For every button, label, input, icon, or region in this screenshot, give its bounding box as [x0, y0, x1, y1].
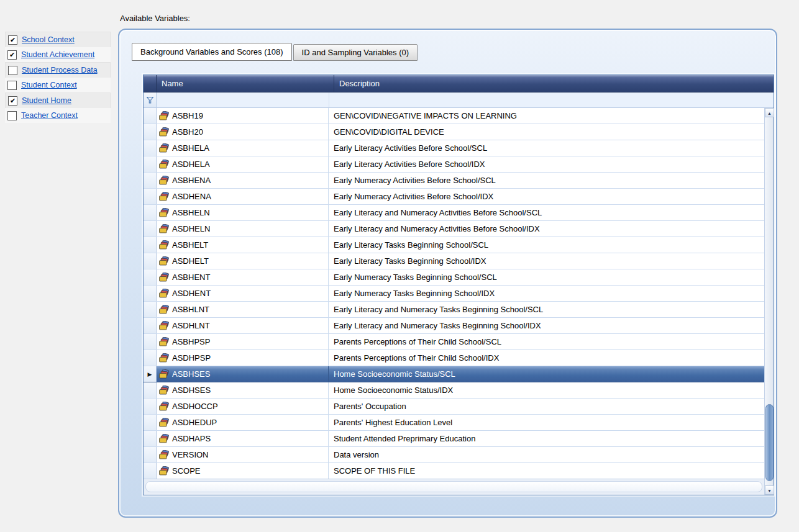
variable-name-text: ASBHELT: [172, 240, 208, 250]
row-gutter: [144, 302, 157, 317]
table-row[interactable]: ASDHENAEarly Numeracy Activities Before …: [144, 189, 764, 205]
row-gutter: [144, 399, 157, 414]
table-row[interactable]: ASDHSESHome Socioeconomic Status/IDX: [144, 382, 764, 399]
table-row[interactable]: ASDHEDUPParents' Highest Education Level: [144, 415, 764, 431]
checkbox-student-context[interactable]: [7, 81, 17, 90]
cell-variable-name: ASDHELA: [157, 156, 329, 172]
variable-name-text: ASDHLNT: [172, 321, 210, 330]
sidebar-item-student-process-data[interactable]: Student Process Data: [5, 62, 111, 78]
variable-icon: [159, 208, 169, 217]
sidebar-item-label[interactable]: School Context: [22, 35, 75, 44]
cell-variable-description: Early Numeracy Activities Before School/…: [329, 189, 764, 204]
table-row[interactable]: SCOPESCOPE OF THIS FILE: [144, 463, 764, 479]
table-row[interactable]: ASBH20GEN\COVID\DIGITAL DEVICE: [144, 124, 764, 140]
cell-variable-description: Data version: [329, 447, 764, 462]
vertical-scrollbar-thumb[interactable]: [765, 404, 774, 481]
cell-variable-description: Home Socioeconomic Status/IDX: [329, 382, 764, 398]
table-row[interactable]: ASBHENAEarly Numeracy Activities Before …: [144, 173, 764, 189]
table-row[interactable]: ASDHELTEarly Literacy Tasks Beginning Sc…: [144, 253, 764, 269]
checkbox-teacher-context[interactable]: [7, 111, 17, 120]
cell-variable-description: Early Numeracy Tasks Beginning School/SC…: [329, 269, 764, 285]
sidebar-list: ✔School Context✔Student AchievementStude…: [5, 32, 111, 123]
variable-icon: [159, 289, 169, 298]
variable-icon: [159, 127, 169, 137]
variable-name-text: ASBHENT: [172, 273, 210, 282]
filter-funnel-icon: [147, 97, 153, 104]
sidebar-item-teacher-context[interactable]: Teacher Context: [5, 108, 111, 123]
table-row[interactable]: ASBHLNTEarly Literacy and Numeracy Tasks…: [144, 302, 764, 318]
table-row[interactable]: ASDHELAEarly Literacy Activities Before …: [144, 156, 764, 173]
sidebar-item-label[interactable]: Student Context: [21, 81, 77, 89]
column-header-description[interactable]: Description: [334, 75, 774, 92]
sidebar-item-label[interactable]: Teacher Context: [21, 111, 78, 120]
cell-variable-name: ASDHLNT: [157, 318, 329, 333]
variable-icon: [159, 418, 169, 427]
tab-id-and-sampling-variables[interactable]: ID and Sampling Variables (0): [293, 44, 418, 61]
variable-icon: [159, 385, 169, 395]
variables-grid: Name Description ASBH19GEN\COVID\NEGATIV…: [143, 74, 774, 495]
variable-icon: [159, 466, 169, 476]
cell-variable-name: ASDHENT: [157, 286, 329, 301]
sidebar: ✔School Context✔Student AchievementStude…: [5, 32, 111, 123]
variable-icon: [159, 143, 169, 153]
filter-name-cell[interactable]: [157, 92, 329, 107]
checkbox-student-achievement[interactable]: ✔: [7, 50, 17, 60]
row-gutter: [144, 237, 157, 253]
table-row[interactable]: ASDHOCCPParents' Occupation: [144, 399, 764, 415]
horizontal-scrollbar-thumb[interactable]: [145, 481, 762, 492]
table-row[interactable]: ASBHELAEarly Literacy Activities Before …: [144, 140, 764, 156]
sidebar-item-student-home[interactable]: ✔Student Home: [5, 92, 111, 108]
sidebar-item-label[interactable]: Student Achievement: [21, 50, 94, 59]
sidebar-item-student-context[interactable]: Student Context: [5, 78, 111, 92]
table-row[interactable]: ASDHPSPParents Perceptions of Their Chil…: [144, 350, 764, 366]
variable-name-text: ASBHELN: [172, 208, 210, 217]
cell-variable-name: ASBH19: [157, 108, 329, 124]
cell-variable-name: ASBH20: [157, 124, 329, 140]
cell-variable-description: Early Literacy and Numeracy Tasks Beginn…: [329, 302, 764, 317]
table-row[interactable]: ASDHLNTEarly Literacy and Numeracy Tasks…: [144, 318, 764, 334]
variable-name-text: VERSION: [172, 450, 209, 459]
column-header-name[interactable]: Name: [157, 75, 334, 92]
vertical-scrollbar[interactable]: ▲ ▼: [764, 108, 774, 495]
checkbox-student-home[interactable]: ✔: [8, 96, 17, 106]
row-gutter: [144, 334, 157, 349]
cell-variable-name: ASDHAPS: [157, 431, 329, 446]
checkbox-school-context[interactable]: ✔: [8, 35, 17, 45]
filter-description-cell[interactable]: [329, 92, 774, 107]
variable-icon: [159, 192, 169, 201]
tab-background-variables-and-scores[interactable]: Background Variables and Scores (108): [132, 43, 292, 61]
checkbox-student-process-data[interactable]: [8, 66, 17, 75]
table-row[interactable]: ASBHENTEarly Numeracy Tasks Beginning Sc…: [144, 269, 764, 286]
variable-name-text: ASDHENT: [172, 289, 211, 298]
scroll-up-button[interactable]: ▲: [765, 108, 774, 117]
variable-icon: [159, 111, 169, 120]
variable-name-text: ASBHELA: [172, 143, 209, 153]
cell-variable-name: ASDHEDUP: [157, 415, 329, 430]
table-row[interactable]: ASDHENTEarly Numeracy Tasks Beginning Sc…: [144, 286, 764, 302]
table-row[interactable]: ASDHELNEarly Literacy and Numeracy Activ…: [144, 221, 764, 237]
grid-header: Name Description: [144, 75, 774, 92]
variable-icon: [159, 305, 169, 314]
cell-variable-description: Early Literacy Tasks Beginning School/SC…: [329, 237, 764, 253]
sidebar-item-label[interactable]: Student Home: [22, 96, 71, 105]
cell-variable-name: ASBHENA: [157, 173, 329, 188]
sidebar-item-label[interactable]: Student Process Data: [22, 66, 98, 74]
sidebar-item-school-context[interactable]: ✔School Context: [5, 32, 111, 47]
table-row[interactable]: ASBH19GEN\COVID\NEGATIVE IMPACTS ON LEAR…: [144, 108, 764, 124]
scroll-down-button[interactable]: ▼: [765, 485, 774, 495]
table-row[interactable]: ▶ASBHSESHome Socioeconomic Status/SCL: [144, 366, 764, 382]
cell-variable-name: ASBHELN: [157, 205, 329, 220]
table-row[interactable]: VERSIONData version: [144, 447, 764, 463]
table-row[interactable]: ASBHPSPParents Perceptions of Their Chil…: [144, 334, 764, 350]
cell-variable-description: Early Numeracy Tasks Beginning School/ID…: [329, 286, 764, 301]
variable-icon: [159, 450, 169, 459]
row-gutter: [144, 447, 157, 462]
table-row[interactable]: ASBHELTEarly Literacy Tasks Beginning Sc…: [144, 237, 764, 253]
table-row[interactable]: ASBHELNEarly Literacy and Numeracy Activ…: [144, 205, 764, 221]
row-gutter: [144, 463, 157, 479]
cell-variable-description: GEN\COVID\DIGITAL DEVICE: [329, 124, 764, 140]
table-row[interactable]: ASDHAPSStudent Attended Preprimary Educa…: [144, 431, 764, 447]
cell-variable-description: Early Literacy Tasks Beginning School/ID…: [329, 253, 764, 269]
sidebar-item-student-achievement[interactable]: ✔Student Achievement: [5, 47, 111, 62]
horizontal-scrollbar[interactable]: [144, 479, 764, 495]
